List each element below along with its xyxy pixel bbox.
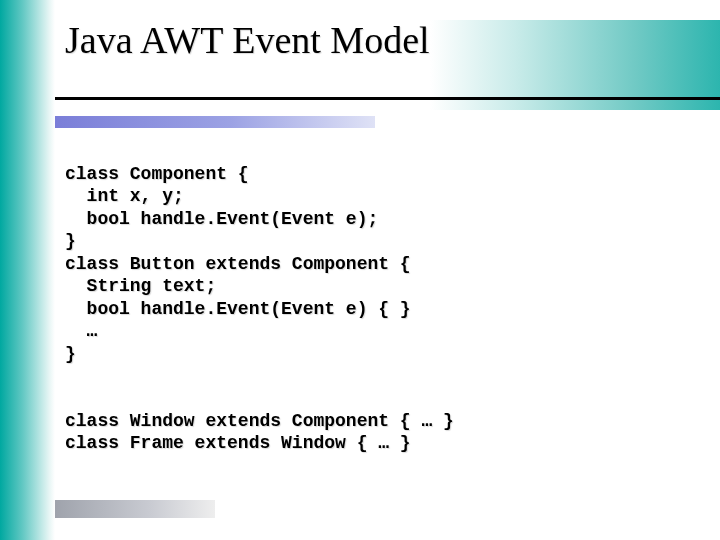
header: Java AWT Event Model: [55, 10, 720, 100]
title-underline: [55, 97, 720, 100]
code-block-2: class Window extends Component { … } cla…: [65, 410, 685, 455]
code-content: class Component { int x, y; bool handle.…: [65, 140, 685, 477]
subheader-blue-bar: [55, 116, 375, 128]
bottom-accent-bar: [55, 500, 215, 518]
code-block-1: class Component { int x, y; bool handle.…: [65, 163, 685, 366]
left-accent-band: [0, 0, 55, 540]
